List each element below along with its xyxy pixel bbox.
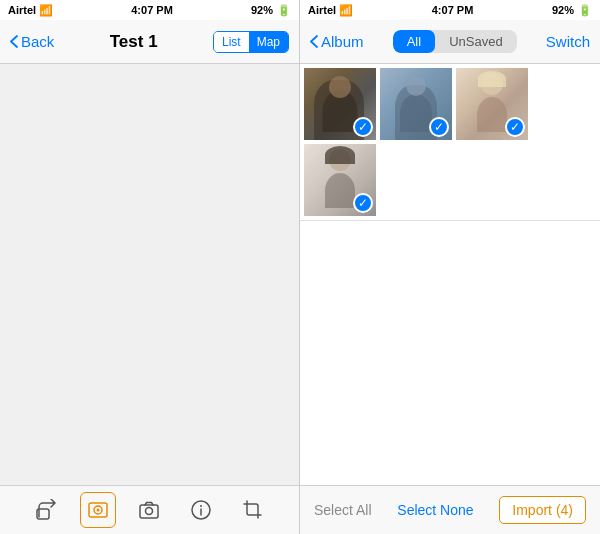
album-back-label: Album	[321, 33, 364, 50]
head-silhouette-1	[329, 76, 351, 98]
right-time: 4:07 PM	[432, 4, 474, 16]
album-back-button[interactable]: Album	[310, 33, 364, 50]
hair-4	[325, 146, 355, 164]
left-battery: 92%	[251, 4, 273, 16]
share-icon[interactable]	[28, 492, 64, 528]
right-wifi-icon: 📶	[339, 4, 353, 17]
album-back-chevron-icon	[310, 35, 318, 48]
import-button[interactable]: Import (4)	[499, 496, 586, 524]
photo-item-3[interactable]: ✓	[456, 68, 528, 140]
right-status-left: Airtel 📶	[308, 4, 353, 17]
right-status-bar: Airtel 📶 4:07 PM 92% 🔋	[300, 0, 600, 20]
tab-group: All UnSaved	[393, 30, 517, 53]
photos-grid: ✓ ✓ ✓ ✓	[300, 64, 600, 221]
list-toggle-button[interactable]: List	[214, 32, 249, 52]
right-content-area	[300, 221, 600, 485]
person-silhouette-2	[400, 94, 432, 132]
back-chevron-icon	[10, 35, 18, 48]
right-nav-bar: Album All UnSaved Switch	[300, 20, 600, 64]
left-panel: Airtel 📶 4:07 PM 92% 🔋 Back Test 1 List …	[0, 0, 300, 534]
hair-3	[478, 71, 506, 87]
right-panel: Airtel 📶 4:07 PM 92% 🔋 Album All UnSaved…	[300, 0, 600, 534]
tab-unsaved[interactable]: UnSaved	[435, 30, 516, 53]
select-none-button[interactable]: Select None	[397, 502, 473, 518]
left-status-bar: Airtel 📶 4:07 PM 92% 🔋	[0, 0, 299, 20]
filter-tabs: All UnSaved	[372, 30, 538, 53]
select-all-button[interactable]: Select All	[314, 502, 372, 518]
left-status-left: Airtel 📶	[8, 4, 53, 17]
page-title: Test 1	[110, 32, 158, 52]
left-carrier: Airtel	[8, 4, 36, 16]
right-status-right: 92% 🔋	[552, 4, 592, 17]
head-silhouette-2	[406, 76, 426, 96]
crop-icon[interactable]	[235, 492, 271, 528]
info-icon[interactable]	[183, 492, 219, 528]
back-label: Back	[21, 33, 54, 50]
left-battery-icon: 🔋	[277, 4, 291, 17]
svg-point-5	[146, 508, 153, 515]
right-carrier: Airtel	[308, 4, 336, 16]
left-wifi-icon: 📶	[39, 4, 53, 17]
photo-checkmark-4: ✓	[353, 193, 373, 213]
photo-checkmark-3: ✓	[505, 117, 525, 137]
svg-point-3	[96, 509, 99, 512]
back-button[interactable]: Back	[10, 33, 54, 50]
right-bottom-bar: Select All Select None Import (4)	[300, 485, 600, 534]
right-battery: 92%	[552, 4, 574, 16]
left-content-area	[0, 64, 299, 485]
right-battery-icon: 🔋	[578, 4, 592, 17]
photo-icon[interactable]	[80, 492, 116, 528]
left-toolbar	[0, 485, 299, 534]
photo-checkmark-1: ✓	[353, 117, 373, 137]
photo-checkmark-2: ✓	[429, 117, 449, 137]
person-silhouette-3	[477, 97, 507, 132]
svg-point-7	[200, 505, 202, 507]
list-map-toggle: List Map	[213, 31, 289, 53]
left-status-right: 92% 🔋	[251, 4, 291, 17]
switch-button[interactable]: Switch	[546, 33, 590, 50]
photo-item-4[interactable]: ✓	[304, 144, 376, 216]
tab-all[interactable]: All	[393, 30, 435, 53]
person-silhouette-4	[325, 173, 355, 208]
left-time: 4:07 PM	[131, 4, 173, 16]
photo-item-2[interactable]: ✓	[380, 68, 452, 140]
photo-item-1[interactable]: ✓	[304, 68, 376, 140]
camera-icon[interactable]	[131, 492, 167, 528]
left-nav-bar: Back Test 1 List Map	[0, 20, 299, 64]
map-toggle-button[interactable]: Map	[249, 32, 288, 52]
